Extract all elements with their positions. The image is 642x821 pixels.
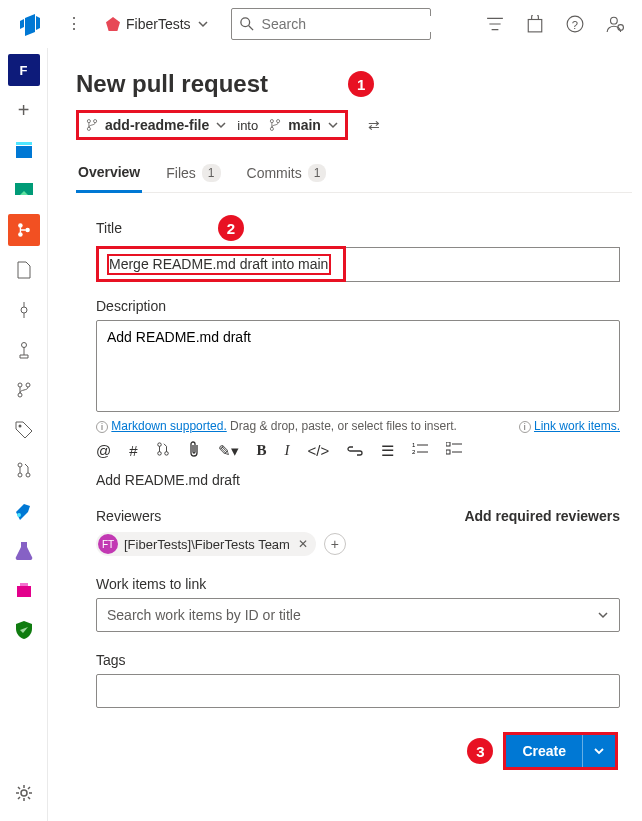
- svg-point-29: [87, 120, 90, 123]
- target-branch-name: main: [288, 117, 321, 133]
- sidebar-item-repos[interactable]: [8, 214, 40, 246]
- svg-rect-42: [446, 442, 450, 446]
- mention-icon[interactable]: @: [96, 442, 111, 459]
- work-items-label: Work items to link: [96, 576, 206, 592]
- tags-input[interactable]: [96, 674, 620, 708]
- sidebar-item-project[interactable]: F: [8, 54, 40, 86]
- link-icon[interactable]: [347, 442, 363, 459]
- svg-rect-8: [16, 142, 32, 145]
- link-work-items-link[interactable]: Link work items.: [534, 419, 620, 433]
- sidebar-item-artifacts[interactable]: [8, 574, 40, 606]
- svg-rect-2: [528, 19, 542, 31]
- info-icon: i: [519, 421, 531, 433]
- tab-files[interactable]: Files1: [164, 158, 222, 192]
- annotation-3: 3: [467, 738, 493, 764]
- svg-line-1: [248, 25, 252, 29]
- svg-point-34: [277, 120, 280, 123]
- user-settings-icon[interactable]: [606, 15, 624, 33]
- sidebar-item-add[interactable]: +: [8, 94, 40, 126]
- attach-icon[interactable]: [188, 441, 200, 460]
- sidebar-item-settings[interactable]: [8, 777, 40, 809]
- search-input[interactable]: [231, 8, 431, 40]
- filter-icon[interactable]: [486, 15, 504, 33]
- sidebar-item-pushes[interactable]: [8, 334, 40, 366]
- sidebar-item-overview[interactable]: [8, 134, 40, 166]
- bold-icon[interactable]: B: [257, 442, 267, 459]
- sidebar-item-commits[interactable]: [8, 294, 40, 326]
- reviewer-chip[interactable]: FT [FiberTests]\FiberTests Team ✕: [96, 532, 316, 556]
- create-dropdown-icon[interactable]: [582, 735, 615, 767]
- workitem-icon[interactable]: #: [129, 442, 137, 459]
- code-icon[interactable]: </>: [308, 442, 330, 459]
- svg-point-24: [26, 473, 30, 477]
- svg-point-16: [21, 343, 26, 348]
- swap-branches-icon[interactable]: ⇄: [368, 117, 380, 133]
- chevron-down-icon: [597, 609, 609, 621]
- sidebar-item-files[interactable]: [8, 254, 40, 286]
- search-field[interactable]: [262, 16, 437, 32]
- project-selector[interactable]: FiberTests: [96, 16, 219, 32]
- svg-point-32: [271, 120, 274, 123]
- source-branch-selector[interactable]: add-readme-file: [85, 117, 227, 133]
- bullet-list-icon[interactable]: ☰: [381, 442, 394, 460]
- svg-point-28: [21, 790, 27, 796]
- svg-point-37: [164, 452, 168, 456]
- italic-icon[interactable]: I: [285, 442, 290, 459]
- branch-icon: [268, 118, 282, 132]
- checklist-icon[interactable]: [446, 442, 462, 459]
- numbered-list-icon[interactable]: 12: [412, 442, 428, 459]
- remove-reviewer-icon[interactable]: ✕: [296, 537, 308, 551]
- svg-point-11: [18, 232, 23, 237]
- main-content: New pull request 1 add-readme-file into …: [48, 48, 642, 821]
- work-items-select[interactable]: Search work items by ID or title: [96, 598, 620, 632]
- branch-selector-row: add-readme-file into main: [76, 110, 348, 140]
- tags-label: Tags: [96, 652, 126, 668]
- target-branch-selector[interactable]: main: [268, 117, 339, 133]
- tab-overview[interactable]: Overview: [76, 158, 142, 193]
- title-input[interactable]: Merge README.md draft into main: [96, 247, 620, 282]
- tabs: Overview Files1 Commits1: [76, 158, 632, 193]
- svg-point-31: [94, 120, 97, 123]
- sidebar-item-pullrequests[interactable]: [8, 454, 40, 486]
- svg-point-35: [157, 443, 161, 447]
- markdown-link[interactable]: Markdown supported.: [111, 419, 226, 433]
- description-preview: Add README.md draft: [96, 472, 620, 488]
- svg-point-30: [87, 127, 90, 130]
- svg-point-10: [18, 223, 23, 228]
- add-required-reviewers-link[interactable]: Add required reviewers: [464, 508, 620, 524]
- highlight-icon[interactable]: ✎▾: [218, 442, 239, 460]
- more-icon[interactable]: ⋮: [52, 14, 96, 33]
- svg-point-18: [18, 383, 22, 387]
- topbar-actions: ?: [486, 15, 634, 33]
- chevron-down-icon: [197, 18, 209, 30]
- svg-text:2: 2: [412, 449, 416, 455]
- svg-point-33: [271, 127, 274, 130]
- svg-text:?: ?: [572, 18, 578, 30]
- description-input[interactable]: [96, 320, 620, 412]
- sidebar-item-boards[interactable]: [8, 174, 40, 206]
- project-icon: [106, 17, 120, 31]
- shopping-icon[interactable]: [526, 15, 544, 33]
- sidebar-item-pipelines[interactable]: [8, 494, 40, 526]
- branch-icon: [85, 118, 99, 132]
- sidebar-item-testplans[interactable]: [8, 534, 40, 566]
- add-reviewer-button[interactable]: +: [324, 533, 346, 555]
- svg-point-20: [26, 383, 30, 387]
- svg-rect-43: [446, 450, 450, 454]
- tab-commits[interactable]: Commits1: [245, 158, 329, 192]
- source-branch-name: add-readme-file: [105, 117, 209, 133]
- help-icon[interactable]: ?: [566, 15, 584, 33]
- svg-point-25: [17, 513, 21, 517]
- svg-point-22: [18, 463, 22, 467]
- sidebar-item-branches[interactable]: [8, 374, 40, 406]
- azure-devops-logo-icon[interactable]: [18, 12, 42, 36]
- create-button[interactable]: Create: [506, 735, 615, 767]
- search-icon: [240, 17, 254, 31]
- svg-point-36: [157, 452, 161, 456]
- info-icon: i: [96, 421, 108, 433]
- pr-icon[interactable]: [156, 441, 170, 460]
- sidebar-item-tags[interactable]: [8, 414, 40, 446]
- svg-text:1: 1: [412, 442, 416, 448]
- description-label: Description: [96, 298, 166, 314]
- sidebar-item-compliance[interactable]: [8, 614, 40, 646]
